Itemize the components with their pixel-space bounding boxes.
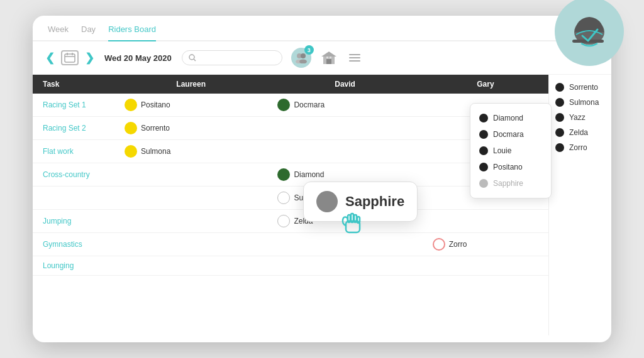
col-gary: Gary (423, 75, 548, 94)
horse-name: Diamond (294, 170, 324, 179)
svg-rect-2 (65, 54, 75, 62)
svg-line-7 (194, 59, 196, 61)
david-cell[interactable] (267, 256, 422, 276)
horse-dot (277, 215, 290, 227)
horse-name: Docmara (294, 100, 325, 109)
search-box (182, 50, 282, 65)
dropdown-item-diamond[interactable]: Diamond (470, 110, 551, 126)
item-label: Positano (493, 163, 523, 171)
side-panel: Sorrento Sulmona Yazz Zelda Zorro (548, 75, 611, 335)
avatar-group[interactable]: 3 (291, 48, 311, 68)
laureen-cell[interactable]: Sulmona (114, 140, 267, 163)
david-cell[interactable]: Docmara (267, 94, 422, 117)
dropdown-item-louie[interactable]: Louie (470, 143, 551, 159)
gary-cell[interactable] (423, 210, 548, 233)
tab-day[interactable]: Day (81, 24, 96, 40)
toolbar-icons: 3 (291, 48, 363, 68)
task-cell: Racing Set 1 (33, 94, 114, 117)
side-item-yazz[interactable]: Yazz (549, 110, 611, 125)
side-item-sorrento[interactable]: Sorrento (549, 80, 611, 95)
date-label: Wed 20 May 2020 (104, 53, 172, 63)
col-david: David (267, 75, 422, 94)
next-button[interactable]: ❯ (85, 51, 94, 65)
horse-name: Positano (141, 100, 170, 109)
tab-riders-board[interactable]: Riders Board (108, 24, 156, 41)
task-cell (33, 187, 114, 210)
task-cell: Lounging (33, 256, 114, 276)
toolbar: ❮ ❯ Wed 20 May 2020 (33, 41, 611, 75)
dropdown-item-sapphire[interactable]: Sapphire (470, 175, 551, 192)
horse-dot (277, 168, 290, 181)
dot (555, 113, 564, 122)
content-area: Task Laureen David Gary Racing Set 1 (33, 75, 611, 335)
table-row: Gymnastics Zorro (33, 233, 548, 256)
dropdown-item-positano[interactable]: Positano (470, 159, 551, 175)
laureen-cell[interactable]: Positano (114, 94, 267, 117)
avatar-badge: 3 (304, 45, 314, 55)
dot-diamond (479, 114, 488, 122)
gary-cell[interactable]: Zorro (423, 233, 548, 256)
item-label: Zelda (569, 128, 588, 137)
svg-point-9 (301, 53, 306, 58)
horse-dot (277, 192, 290, 204)
item-label: Diamond (493, 114, 523, 122)
david-cell[interactable] (267, 117, 422, 140)
horse-dot (277, 99, 290, 111)
horse-helmet-icon (567, 9, 611, 53)
task-cell: Jumping (33, 210, 114, 233)
search-icon (189, 54, 196, 62)
horse-dot (125, 122, 137, 134)
barn-icon[interactable] (319, 48, 339, 68)
dot (555, 98, 564, 107)
laureen-cell[interactable] (114, 256, 267, 276)
dot (555, 128, 564, 137)
side-item-sulmona[interactable]: Sulmona (549, 95, 611, 110)
col-laureen: Laureen (114, 75, 267, 94)
laureen-cell[interactable] (114, 233, 267, 256)
svg-rect-14 (326, 59, 331, 64)
item-label: Docmara (493, 130, 524, 139)
item-label: Zorro (569, 143, 587, 152)
table-row: Jumping Zelda (33, 210, 548, 233)
dot-docmara (479, 130, 488, 139)
svg-marker-12 (321, 52, 336, 57)
dot-louie (479, 146, 488, 155)
laureen-cell[interactable] (114, 163, 267, 187)
side-item-zelda[interactable]: Zelda (549, 125, 611, 140)
task-cell: Racing Set 2 (33, 117, 114, 140)
gary-cell[interactable] (423, 256, 548, 276)
dot (555, 83, 564, 92)
svg-rect-15 (326, 57, 328, 58)
david-cell[interactable] (267, 140, 422, 163)
laureen-cell[interactable] (114, 210, 267, 233)
outer-container: Week Day Riders Board ❮ ❯ Wed 20 May 202… (33, 16, 611, 342)
sapphire-tooltip-dot (316, 191, 338, 212)
horse-name: Sulmona (141, 147, 170, 156)
item-label: Yazz (569, 113, 586, 122)
sapphire-tooltip-label: Sapphire (345, 193, 404, 210)
task-cell: Gymnastics (33, 233, 114, 256)
dropdown-panel: Diamond Docmara Louie Positano Sapphire (470, 103, 552, 198)
horse-bubble (555, 0, 624, 66)
dot-positano (479, 163, 488, 171)
dropdown-item-docmara[interactable]: Docmara (470, 126, 551, 143)
laureen-cell[interactable]: Sorrento (114, 117, 267, 140)
tab-week[interactable]: Week (48, 24, 69, 40)
dot (555, 143, 564, 152)
laureen-cell[interactable] (114, 187, 267, 210)
item-label: Sapphire (493, 179, 523, 188)
side-item-zorro[interactable]: Zorro (549, 140, 611, 155)
task-cell: Flat work (33, 140, 114, 163)
menu-icon[interactable] (347, 52, 363, 64)
svg-rect-16 (330, 57, 331, 58)
app-window: Week Day Riders Board ❮ ❯ Wed 20 May 202… (33, 16, 611, 342)
search-input[interactable] (200, 53, 275, 62)
prev-button[interactable]: ❮ (45, 51, 55, 65)
horse-dot (125, 145, 137, 158)
horse-dot (125, 99, 137, 111)
dot-sapphire (479, 179, 488, 188)
horse-name: Zorro (449, 240, 467, 249)
calendar-icon[interactable] (61, 50, 79, 65)
item-label: Sorrento (569, 83, 598, 92)
horse-name: Sorrento (141, 124, 170, 133)
